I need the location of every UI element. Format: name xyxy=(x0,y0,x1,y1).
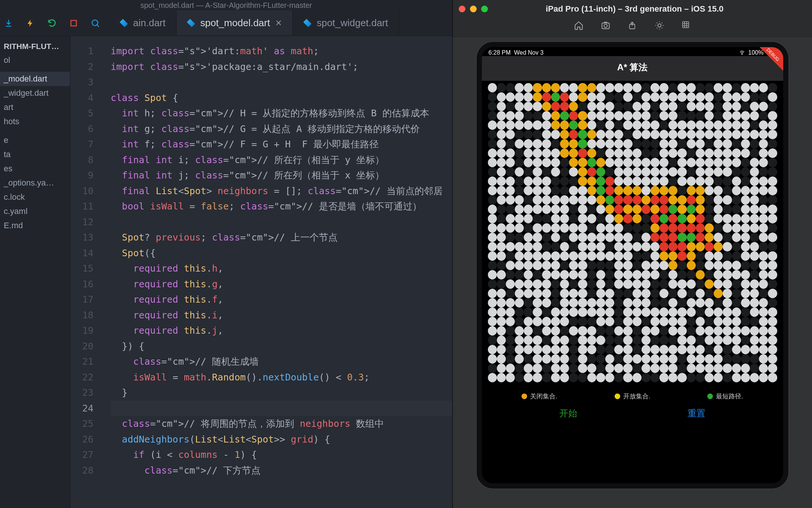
grid-cell[interactable] xyxy=(533,139,542,149)
grid-cell[interactable] xyxy=(759,111,768,120)
grid-cell[interactable] xyxy=(750,223,759,233)
grid-cell[interactable] xyxy=(759,205,768,214)
grid-cell[interactable] xyxy=(768,279,777,289)
grid-cell[interactable] xyxy=(633,205,642,214)
grid-cell[interactable] xyxy=(560,242,569,251)
grid-cell[interactable] xyxy=(488,214,497,223)
grid-cell[interactable] xyxy=(687,92,696,102)
grid-cell[interactable] xyxy=(569,167,578,177)
grid-cell[interactable] xyxy=(515,345,524,354)
grid-cell[interactable] xyxy=(596,186,605,195)
grid-cell[interactable] xyxy=(759,270,768,279)
grid-cell[interactable] xyxy=(659,92,668,102)
grid-cell[interactable] xyxy=(614,158,623,167)
grid-cell[interactable] xyxy=(705,186,714,195)
grid-cell[interactable] xyxy=(759,354,768,364)
grid-cell[interactable] xyxy=(578,158,587,167)
grid-cell[interactable] xyxy=(642,205,650,214)
grid-cell[interactable] xyxy=(759,149,768,158)
grid-cell[interactable] xyxy=(497,92,506,102)
grid-cell[interactable] xyxy=(705,279,714,289)
grid-cell[interactable] xyxy=(642,354,650,364)
grid-cell[interactable] xyxy=(578,326,587,336)
grid-cell[interactable] xyxy=(524,186,533,195)
grid-cell[interactable] xyxy=(714,307,723,317)
grid-cell[interactable] xyxy=(533,242,542,251)
grid-cell[interactable] xyxy=(668,317,677,326)
grid-cell[interactable] xyxy=(677,261,686,270)
grid-cell[interactable] xyxy=(668,102,677,111)
grid-cell[interactable] xyxy=(759,364,768,373)
grid-cell[interactable] xyxy=(506,364,515,373)
grid-cell[interactable] xyxy=(741,158,750,167)
sidebar-item[interactable]: hots xyxy=(0,114,70,129)
grid-cell[interactable] xyxy=(506,149,515,158)
grid-cell[interactable] xyxy=(750,233,759,242)
grid-cell[interactable] xyxy=(515,242,524,251)
grid-cell[interactable] xyxy=(515,307,524,317)
grid-cell[interactable] xyxy=(687,158,696,167)
grid-cell[interactable] xyxy=(623,307,632,317)
grid-cell[interactable] xyxy=(714,289,723,298)
grid-cell[interactable] xyxy=(578,298,587,307)
grid-cell[interactable] xyxy=(515,223,524,233)
grid-cell[interactable] xyxy=(596,149,605,158)
grid-cell[interactable] xyxy=(723,289,732,298)
grid-cell[interactable] xyxy=(497,158,506,167)
grid-cell[interactable] xyxy=(696,373,705,382)
grid-cell[interactable] xyxy=(687,139,696,149)
grid-cell[interactable] xyxy=(768,364,777,373)
grid-cell[interactable] xyxy=(533,167,542,177)
grid-cell[interactable] xyxy=(551,130,560,139)
grid-cell[interactable] xyxy=(524,289,533,298)
grid-cell[interactable] xyxy=(759,345,768,354)
grid-cell[interactable] xyxy=(587,167,596,177)
grid-cell[interactable] xyxy=(687,186,696,195)
grid-cell[interactable] xyxy=(596,83,605,92)
grid-cell[interactable] xyxy=(750,92,759,102)
grid-cell[interactable] xyxy=(759,298,768,307)
grid-cell[interactable] xyxy=(750,326,759,336)
grid-cell[interactable] xyxy=(533,111,542,120)
grid-cell[interactable] xyxy=(741,223,750,233)
grid-icon[interactable] xyxy=(682,21,691,30)
grid-cell[interactable] xyxy=(524,120,533,130)
grid-cell[interactable] xyxy=(759,158,768,167)
grid-cell[interactable] xyxy=(524,205,533,214)
grid-cell[interactable] xyxy=(569,307,578,317)
grid-cell[interactable] xyxy=(596,177,605,186)
sidebar-item[interactable] xyxy=(0,129,70,133)
grid-cell[interactable] xyxy=(542,83,551,92)
grid-cell[interactable] xyxy=(551,186,560,195)
grid-cell[interactable] xyxy=(741,251,750,261)
grid-cell[interactable] xyxy=(569,354,578,364)
grid-cell[interactable] xyxy=(596,102,605,111)
grid-cell[interactable] xyxy=(723,317,732,326)
grid-cell[interactable] xyxy=(759,242,768,251)
grid-cell[interactable] xyxy=(677,195,686,205)
grid-cell[interactable] xyxy=(605,139,614,149)
grid-cell[interactable] xyxy=(650,177,659,186)
grid-cell[interactable] xyxy=(732,167,741,177)
grid-cell[interactable] xyxy=(696,279,705,289)
grid-cell[interactable] xyxy=(578,373,587,382)
grid-cell[interactable] xyxy=(650,345,659,354)
grid-cell[interactable] xyxy=(587,92,596,102)
grid-cell[interactable] xyxy=(732,242,741,251)
grid-cell[interactable] xyxy=(542,364,551,373)
grid-cell[interactable] xyxy=(596,111,605,120)
grid-cell[interactable] xyxy=(642,130,650,139)
grid-cell[interactable] xyxy=(524,223,533,233)
grid-cell[interactable] xyxy=(569,149,578,158)
grid-cell[interactable] xyxy=(705,130,714,139)
grid-cell[interactable] xyxy=(506,223,515,233)
grid-cell[interactable] xyxy=(515,205,524,214)
grid-cell[interactable] xyxy=(542,317,551,326)
grid-cell[interactable] xyxy=(650,158,659,167)
tab-spotwidgetdart[interactable]: spot_widget.dart xyxy=(293,10,399,36)
grid-cell[interactable] xyxy=(542,298,551,307)
grid-cell[interactable] xyxy=(488,233,497,242)
grid-cell[interactable] xyxy=(741,261,750,270)
grid-cell[interactable] xyxy=(714,177,723,186)
grid-cell[interactable] xyxy=(705,149,714,158)
